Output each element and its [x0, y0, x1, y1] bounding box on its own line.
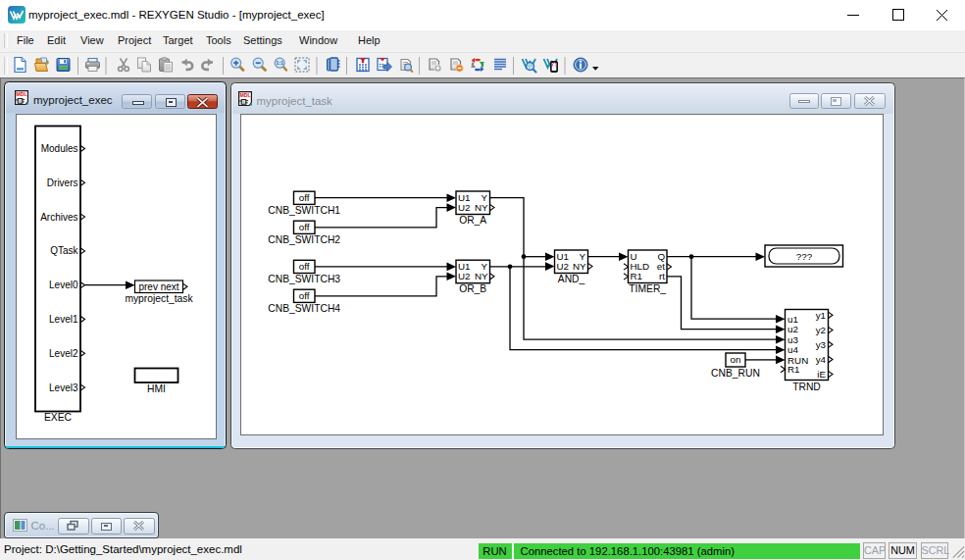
svg-text:AND_: AND_	[557, 274, 584, 284]
svg-text:CNB_RUN: CNB_RUN	[711, 368, 760, 379]
svg-text:off: off	[298, 222, 309, 232]
svg-text:CNB_SWITCH1: CNB_SWITCH1	[268, 205, 340, 216]
svg-text:u1: u1	[787, 313, 798, 324]
svg-text:R1: R1	[787, 364, 800, 375]
svg-text:NY: NY	[474, 202, 487, 213]
svg-text:myproject_task: myproject_task	[125, 293, 193, 304]
svg-text:Level0: Level0	[49, 280, 78, 290]
svg-text:???: ???	[795, 251, 812, 262]
svg-text:QTask: QTask	[50, 245, 78, 256]
svg-text:Modules: Modules	[40, 143, 77, 154]
svg-text:off: off	[298, 192, 309, 203]
svg-text:Level3: Level3	[49, 382, 78, 393]
svg-text:NY: NY	[572, 261, 585, 272]
svg-text:OR_B: OR_B	[459, 283, 486, 294]
svg-text:iE: iE	[817, 369, 826, 380]
svg-text:on: on	[730, 354, 740, 365]
svg-text:off: off	[298, 290, 309, 301]
svg-text:Level2: Level2	[49, 348, 78, 359]
svg-text:TRND: TRND	[792, 381, 821, 391]
svg-text:CNB_SWITCH2: CNB_SWITCH2	[268, 234, 340, 245]
svg-text:u2: u2	[787, 324, 798, 334]
svg-text:U2: U2	[458, 271, 471, 281]
svg-text:Archives: Archives	[40, 212, 77, 223]
svg-text:MDL: MDL	[239, 92, 251, 98]
svg-text:TIMER_: TIMER_	[629, 283, 666, 294]
svg-text:HMI: HMI	[147, 383, 166, 394]
svg-text:u3: u3	[787, 333, 798, 344]
svg-text:prev next: prev next	[138, 281, 178, 292]
svg-text:CNB_SWITCH3: CNB_SWITCH3	[268, 274, 340, 284]
svg-text:U2: U2	[556, 261, 569, 272]
svg-text:EXEC: EXEC	[43, 412, 72, 423]
svg-text:NY: NY	[474, 271, 487, 281]
svg-text:MDL: MDL	[16, 91, 27, 97]
svg-text:OR_A: OR_A	[459, 215, 486, 226]
svg-text:y2: y2	[815, 325, 825, 335]
svg-text:y1: y1	[815, 309, 825, 320]
svg-text:CNB_SWITCH4: CNB_SWITCH4	[268, 303, 340, 314]
svg-text:U2: U2	[458, 202, 471, 213]
svg-text:y4: y4	[815, 354, 826, 365]
svg-text:Level1: Level1	[49, 314, 78, 325]
svg-text:R1: R1	[630, 271, 642, 281]
svg-text:off: off	[298, 261, 309, 272]
svg-text:y3: y3	[815, 338, 826, 349]
svg-text:rt: rt	[659, 271, 665, 281]
svg-text:1:1: 1:1	[276, 60, 283, 66]
svg-text:Drivers: Drivers	[46, 178, 77, 188]
